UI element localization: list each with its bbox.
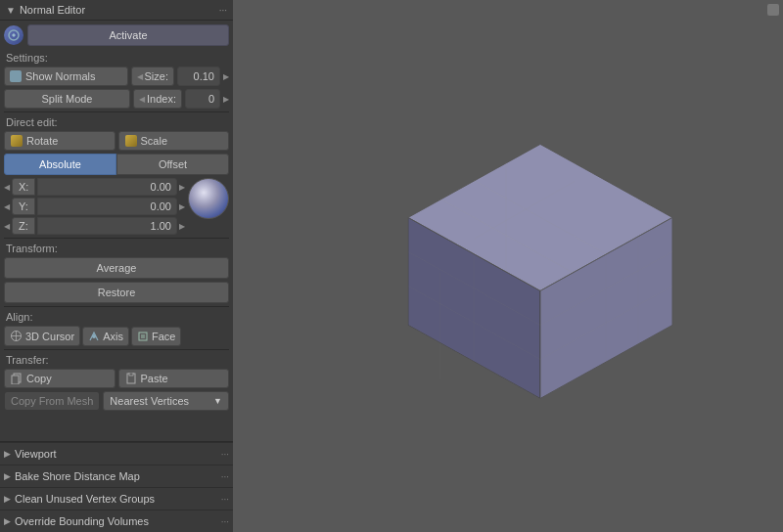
- svg-rect-10: [129, 373, 133, 376]
- z-row: ◀ Z: 1.00 ▶: [4, 217, 185, 235]
- nearest-vertices-button[interactable]: Nearest Vertices ▼: [103, 391, 229, 411]
- paste-button[interactable]: Paste: [118, 369, 230, 388]
- y-arrow-right: ▶: [179, 202, 185, 211]
- x-arrow-left: ◀: [4, 183, 10, 192]
- face-button[interactable]: Face: [131, 327, 181, 346]
- sphere-preview: [188, 178, 229, 219]
- 3d-cursor-button[interactable]: 3D Cursor: [4, 326, 80, 346]
- axis-icon: [88, 331, 100, 342]
- panel-dots: ···: [219, 5, 227, 16]
- left-panel: ▼ Normal Editor ··· Activate Settings: S…: [0, 0, 233, 532]
- x-value[interactable]: 0.00: [37, 178, 177, 196]
- y-row: ◀ Y: 0.00 ▶: [4, 198, 185, 215]
- cube-container: [379, 114, 702, 429]
- size-value[interactable]: 0.10: [177, 66, 220, 86]
- divider-1: [4, 111, 229, 112]
- copy-icon: [11, 373, 23, 384]
- nearest-chevron: ▼: [213, 396, 222, 406]
- paste-icon: [125, 373, 137, 384]
- y-value[interactable]: 0.00: [37, 198, 177, 215]
- direct-edit-label: Direct edit:: [6, 116, 227, 128]
- clean-unused-section[interactable]: ▶ Clean Unused Vertex Groups ···: [0, 487, 233, 510]
- copy-mesh-row: Copy From Mesh Nearest Vertices ▼: [4, 391, 229, 411]
- rotate-icon: [11, 135, 23, 147]
- bake-shore-label: Bake Shore Distance Map: [15, 470, 140, 482]
- scale-button[interactable]: Scale: [118, 131, 230, 151]
- divider-2: [4, 238, 229, 239]
- bake-shore-dots: ···: [221, 471, 229, 482]
- x-label[interactable]: X:: [12, 178, 35, 196]
- z-arrow-right: ▶: [179, 222, 185, 231]
- bake-shore-triangle: ▶: [4, 471, 11, 481]
- tabs-row: Absolute Offset: [4, 154, 229, 175]
- xyz-section: ◀ X: 0.00 ▶ ◀ Y: 0.00 ▶ ◀ Z: 1.00 ▶: [4, 178, 229, 235]
- activate-icon: [4, 25, 23, 45]
- index-value[interactable]: 0: [185, 89, 220, 109]
- index-label-btn[interactable]: ◀ Index:: [133, 89, 182, 109]
- override-dots: ···: [221, 516, 229, 527]
- face-icon: [137, 331, 149, 342]
- scale-icon: [125, 135, 137, 147]
- override-bounding-section[interactable]: ▶ Override Bounding Volumes ···: [0, 510, 233, 532]
- axis-button[interactable]: Axis: [82, 327, 129, 346]
- override-bounding-label: Override Bounding Volumes: [15, 515, 149, 527]
- z-label[interactable]: Z:: [12, 217, 35, 235]
- align-row: 3D Cursor Axis Face: [4, 326, 229, 346]
- restore-row: Restore: [4, 282, 229, 303]
- show-normals-row: Show Normals ◀ Size: 0.10 ▶: [4, 66, 229, 86]
- viewport-panel[interactable]: [233, 0, 783, 532]
- copy-button[interactable]: Copy: [4, 369, 115, 388]
- cursor-icon: [10, 330, 23, 342]
- viewport-section[interactable]: ▶ Viewport ···: [0, 442, 233, 465]
- y-label[interactable]: Y:: [12, 198, 35, 215]
- rotate-scale-row: Rotate Scale: [4, 131, 229, 151]
- show-normals-button[interactable]: Show Normals: [4, 66, 128, 86]
- rotate-button[interactable]: Rotate: [4, 131, 115, 151]
- average-row: Average: [4, 257, 229, 279]
- clean-unused-label: Clean Unused Vertex Groups: [15, 493, 155, 505]
- divider-3: [4, 306, 229, 307]
- transfer-label: Transfer:: [6, 354, 227, 366]
- bake-shore-label-container: ▶ Bake Shore Distance Map: [4, 470, 140, 482]
- split-mode-row: Split Mode ◀ Index: 0 ▶: [4, 89, 229, 109]
- z-arrow-left: ◀: [4, 222, 10, 231]
- panel-header: ▼ Normal Editor ···: [0, 0, 233, 21]
- bake-shore-section[interactable]: ▶ Bake Shore Distance Map ···: [0, 465, 233, 487]
- panel-title: Normal Editor: [20, 4, 215, 16]
- index-arrow-right: ▶: [223, 95, 229, 104]
- x-row: ◀ X: 0.00 ▶: [4, 178, 185, 196]
- tab-absolute[interactable]: Absolute: [4, 154, 116, 175]
- size-arrow-right: ▶: [223, 72, 229, 81]
- override-bounding-label-container: ▶ Override Bounding Volumes: [4, 515, 149, 527]
- viewport-triangle: ▶: [4, 449, 11, 459]
- transform-label: Transform:: [6, 243, 227, 254]
- override-triangle: ▶: [4, 516, 11, 526]
- panel-body: Activate Settings: Show Normals ◀ Size: …: [0, 21, 233, 441]
- restore-button[interactable]: Restore: [4, 282, 229, 303]
- viewport-background: [233, 0, 783, 532]
- divider-4: [4, 349, 229, 350]
- svg-rect-8: [12, 376, 19, 384]
- svg-rect-6: [141, 334, 145, 338]
- x-arrow-right: ▶: [179, 183, 185, 192]
- settings-label: Settings:: [6, 52, 227, 64]
- average-button[interactable]: Average: [4, 257, 229, 279]
- clean-unused-dots: ···: [221, 494, 229, 505]
- collapse-triangle[interactable]: ▼: [6, 5, 16, 16]
- svg-point-4: [92, 334, 96, 338]
- clean-unused-label-container: ▶ Clean Unused Vertex Groups: [4, 493, 155, 505]
- tab-offset[interactable]: Offset: [116, 154, 229, 175]
- size-arrow-left: ◀: [137, 72, 143, 81]
- activate-row: Activate: [4, 24, 229, 46]
- y-arrow-left: ◀: [4, 202, 10, 211]
- copy-paste-row: Copy Paste: [4, 369, 229, 388]
- activate-button[interactable]: Activate: [27, 24, 229, 46]
- clean-unused-triangle: ▶: [4, 494, 11, 504]
- normals-icon: [10, 70, 22, 82]
- viewport-dots: ···: [221, 449, 229, 460]
- split-mode-button[interactable]: Split Mode: [4, 89, 130, 109]
- viewport-corner-widget[interactable]: [767, 4, 779, 16]
- xyz-fields: ◀ X: 0.00 ▶ ◀ Y: 0.00 ▶ ◀ Z: 1.00 ▶: [4, 178, 185, 235]
- size-label-btn[interactable]: ◀ Size:: [131, 66, 174, 86]
- z-value[interactable]: 1.00: [37, 217, 177, 235]
